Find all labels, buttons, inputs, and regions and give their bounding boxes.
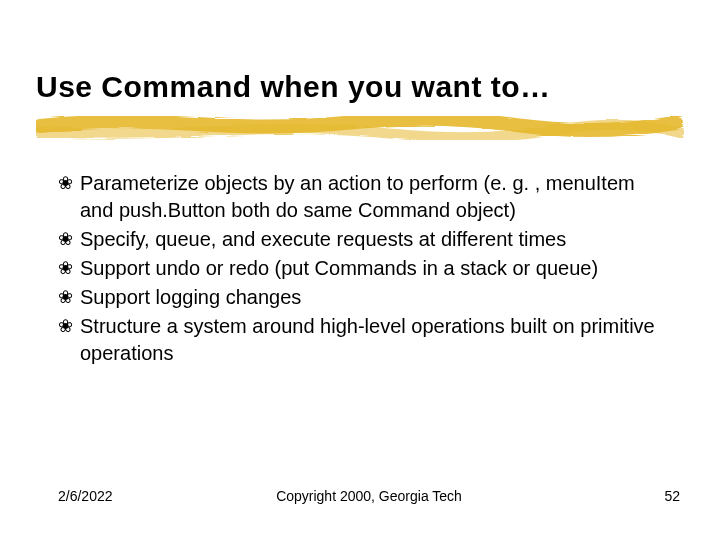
bullet-text: Support undo or redo (put Commands in a …	[80, 255, 672, 282]
bullet-text: Support logging changes	[80, 284, 672, 311]
footer-page: 52	[664, 488, 680, 504]
list-item: ❀ Support logging changes	[58, 284, 672, 311]
footer-date: 2/6/2022	[58, 488, 113, 504]
slide-title: Use Command when you want to…	[36, 70, 551, 104]
bullet-icon: ❀	[58, 170, 80, 197]
bullet-icon: ❀	[58, 255, 80, 282]
bullet-list: ❀ Parameterize objects by an action to p…	[58, 170, 672, 369]
list-item: ❀ Parameterize objects by an action to p…	[58, 170, 672, 224]
bullet-icon: ❀	[58, 226, 80, 253]
title-underline	[36, 112, 684, 142]
bullet-text: Parameterize objects by an action to per…	[80, 170, 672, 224]
list-item: ❀ Support undo or redo (put Commands in …	[58, 255, 672, 282]
slide: Use Command when you want to… ❀ Paramete…	[0, 0, 720, 540]
bullet-icon: ❀	[58, 313, 80, 340]
bullet-text: Specify, queue, and execute requests at …	[80, 226, 672, 253]
bullet-icon: ❀	[58, 284, 80, 311]
list-item: ❀ Specify, queue, and execute requests a…	[58, 226, 672, 253]
list-item: ❀ Structure a system around high-level o…	[58, 313, 672, 367]
bullet-text: Structure a system around high-level ope…	[80, 313, 672, 367]
slide-footer: 2/6/2022 Copyright 2000, Georgia Tech 52	[58, 488, 680, 504]
footer-copyright: Copyright 2000, Georgia Tech	[58, 488, 680, 504]
